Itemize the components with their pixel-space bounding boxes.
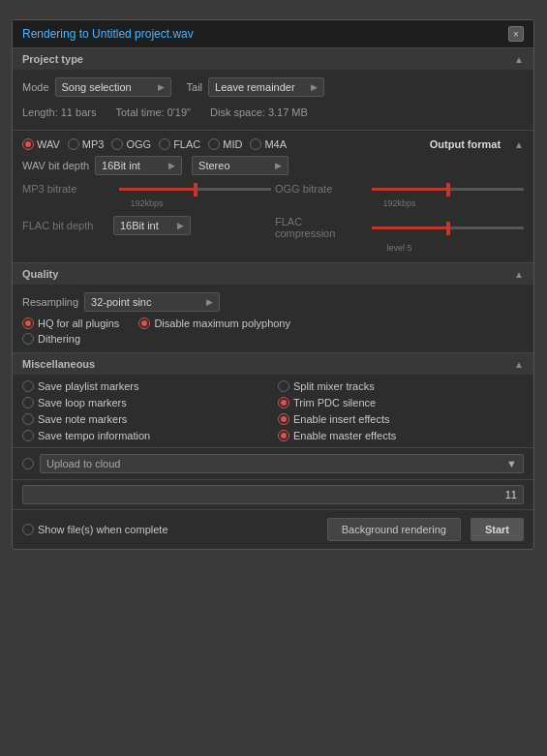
- mp3-slider-fill: [119, 188, 196, 191]
- flac-slider-thumb[interactable]: [446, 222, 450, 235]
- save-tempo-info[interactable]: Save tempo information: [22, 430, 268, 441]
- start-button[interactable]: Start: [471, 518, 524, 541]
- quality-section: Quality ▲ Resampling 32-point sinc ▶ HQ …: [13, 263, 533, 353]
- flac-compression-row: FLAC compression: [275, 216, 524, 239]
- enable-master-effects[interactable]: Enable master effects: [278, 430, 524, 441]
- mode-dropdown[interactable]: Song selection ▶: [55, 77, 171, 97]
- tail-dropdown-arrow: ▶: [303, 82, 318, 92]
- save-loop-markers[interactable]: Save loop markers: [22, 397, 268, 408]
- save-note-radio[interactable]: [22, 413, 34, 425]
- insert-effects-radio[interactable]: [278, 413, 289, 425]
- mp3-radio[interactable]: [68, 138, 79, 150]
- ogg-slider-track[interactable]: [372, 188, 524, 191]
- ogg-slider-group: OGG bitrate 192kbps: [275, 183, 524, 208]
- format-flac[interactable]: FLAC: [159, 138, 200, 150]
- misc-header: Miscellaneous ▲: [13, 353, 533, 375]
- flac-slider-container[interactable]: [372, 227, 524, 229]
- channel-dropdown[interactable]: Stereo ▶: [192, 156, 289, 175]
- rendering-dialog: Rendering to Untitled project.wav × Proj…: [12, 19, 534, 550]
- save-note-markers[interactable]: Save note markers: [22, 413, 268, 425]
- number-input-row: [13, 480, 533, 510]
- ogg-slider-fill: [372, 188, 448, 191]
- output-collapse-arrow[interactable]: ▲: [514, 139, 524, 150]
- flac-radio[interactable]: [159, 138, 170, 150]
- dialog-title: Rendering to Untitled project.wav: [22, 27, 194, 41]
- show-files-option[interactable]: Show file(s) when complete: [22, 524, 168, 535]
- resampling-row: Resampling 32-point sinc ▶: [22, 292, 524, 312]
- master-effects-radio[interactable]: [278, 430, 289, 441]
- split-mixer-tracks[interactable]: Split mixer tracks: [278, 380, 524, 392]
- save-loop-radio[interactable]: [22, 397, 34, 408]
- misc-grid: Save playlist markers Split mixer tracks…: [13, 375, 533, 447]
- disable-poly-radio[interactable]: [138, 318, 150, 329]
- resampling-arrow: ▶: [198, 297, 213, 307]
- sliders-section: MP3 bitrate 192kbps OGG bitrate: [22, 181, 524, 210]
- trim-pdc-silence[interactable]: Trim PDC silence: [278, 397, 524, 408]
- save-playlist-markers[interactable]: Save playlist markers: [22, 380, 268, 392]
- split-mixer-radio[interactable]: [278, 380, 289, 392]
- upload-row: Upload to cloud ▼: [13, 448, 533, 480]
- ogg-slider-thumb[interactable]: [446, 183, 450, 197]
- format-wav[interactable]: WAV: [22, 138, 60, 150]
- mode-row: Mode Song selection ▶ Tail Leave remaind…: [22, 77, 524, 97]
- save-playlist-radio[interactable]: [22, 380, 34, 392]
- bit-depth-arrow: ▶: [161, 161, 175, 170]
- wav-radio[interactable]: [22, 138, 34, 150]
- format-ogg[interactable]: OGG: [111, 138, 151, 150]
- mp3-slider-track[interactable]: [119, 188, 271, 191]
- flac-depth-group: FLAC bit depth 16Bit int ▶: [22, 216, 271, 253]
- resampling-dropdown[interactable]: 32-point sinc ▶: [84, 292, 220, 312]
- quality-content: Resampling 32-point sinc ▶ HQ for all pl…: [13, 285, 533, 352]
- miscellaneous-section: Miscellaneous ▲ Save playlist markers Sp…: [13, 353, 533, 448]
- ogg-radio[interactable]: [111, 138, 123, 150]
- format-m4a[interactable]: M4A: [250, 138, 287, 150]
- tail-dropdown[interactable]: Leave remainder ▶: [208, 77, 324, 97]
- mp3-slider-thumb[interactable]: [194, 183, 198, 197]
- flac-section: FLAC bit depth 16Bit int ▶ FLAC compress…: [22, 214, 524, 255]
- flac-slider-fill: [372, 227, 448, 229]
- upload-arrow: ▼: [506, 458, 517, 469]
- channel-arrow: ▶: [267, 161, 282, 170]
- mp3-bitrate-row: MP3 bitrate: [22, 183, 271, 195]
- dithering-option[interactable]: Dithering: [22, 333, 524, 345]
- quality-collapse-arrow[interactable]: ▲: [514, 269, 524, 280]
- format-mp3[interactable]: MP3: [68, 138, 105, 150]
- mp3-slider-container[interactable]: [119, 188, 271, 191]
- ogg-slider-container[interactable]: [372, 188, 524, 191]
- trim-pdc-radio[interactable]: [278, 397, 289, 408]
- format-mid[interactable]: MID: [208, 138, 242, 150]
- project-type-content: Mode Song selection ▶ Tail Leave remaind…: [13, 70, 533, 130]
- flac-slider-track[interactable]: [372, 227, 524, 229]
- flac-compression-group: FLAC compression level 5: [275, 216, 524, 253]
- m4a-radio[interactable]: [250, 138, 261, 150]
- hq-option[interactable]: HQ for all plugins: [22, 318, 119, 329]
- bottom-row: Show file(s) when complete Background re…: [13, 510, 533, 549]
- mode-dropdown-arrow: ▶: [150, 82, 165, 92]
- flac-depth-dropdown[interactable]: 16Bit int ▶: [113, 216, 191, 235]
- collapse-arrow[interactable]: ▲: [514, 54, 524, 65]
- project-type-section: Project type ▲ Mode Song selection ▶ Tai…: [13, 48, 533, 131]
- upload-dropdown[interactable]: Upload to cloud ▼: [40, 454, 524, 473]
- dithering-radio[interactable]: [22, 333, 34, 345]
- title-bar: Rendering to Untitled project.wav ×: [13, 20, 533, 48]
- output-format-section: WAV MP3 OGG FLAC: [13, 131, 533, 263]
- save-tempo-radio[interactable]: [22, 430, 34, 441]
- disable-poly-option[interactable]: Disable maximum polyphony: [138, 318, 290, 329]
- flac-depth-arrow: ▶: [169, 221, 184, 230]
- background-rendering-button[interactable]: Background rendering: [327, 518, 461, 541]
- quality-options-row: HQ for all plugins Disable maximum polyp…: [22, 318, 524, 329]
- bit-depth-row: WAV bit depth 16Bit int ▶ Stereo ▶: [22, 156, 524, 175]
- enable-insert-effects[interactable]: Enable insert effects: [278, 413, 524, 425]
- flac-depth-row: FLAC bit depth 16Bit int ▶: [22, 216, 271, 235]
- close-button[interactable]: ×: [508, 26, 524, 42]
- upload-radio[interactable]: [22, 458, 34, 469]
- bit-depth-dropdown[interactable]: 16Bit int ▶: [95, 156, 182, 175]
- hq-radio[interactable]: [22, 318, 34, 329]
- mp3-slider-group: MP3 bitrate 192kbps: [22, 183, 271, 208]
- mid-radio[interactable]: [208, 138, 220, 150]
- info-row: Length: 11 bars Total time: 0'19" Disk s…: [22, 103, 524, 122]
- number-input[interactable]: [22, 485, 524, 504]
- misc-collapse-arrow[interactable]: ▲: [514, 359, 524, 370]
- show-files-radio[interactable]: [22, 524, 34, 535]
- project-type-header: Project type ▲: [13, 48, 533, 70]
